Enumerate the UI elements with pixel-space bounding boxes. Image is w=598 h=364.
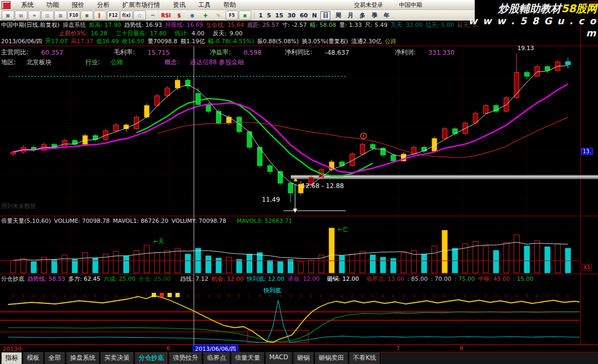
volume-tian-marker: ←天 xyxy=(153,238,164,245)
text-segment: 临界点: 13.00 xyxy=(366,275,404,283)
text-segment: 快到底: 12.00 xyxy=(247,275,285,283)
text-segment: 量70098.8 xyxy=(148,37,178,45)
text-segment: 分仓抄底 xyxy=(1,275,24,283)
tab-分仓抄底[interactable]: 分仓抄底 xyxy=(134,352,168,364)
text-segment: 止损价3%: xyxy=(59,29,87,37)
volume-wang-marker: ←亡 xyxy=(338,225,348,233)
volume-ma-line xyxy=(13,242,568,260)
text-segment: 行业: xyxy=(85,58,100,67)
lower-tick-marks xyxy=(13,295,568,297)
text-segment: MAVOL1: 86726.20 xyxy=(113,218,168,224)
text-segment: 净益率: xyxy=(210,48,231,57)
text-segment: VOLUME: 70098.78 xyxy=(54,218,110,224)
text-segment: 收16.50 xyxy=(122,37,145,45)
volume-bars xyxy=(11,228,571,273)
price-axis-tag: 13. xyxy=(581,148,593,155)
life-line-green xyxy=(136,99,373,176)
hand-marker-icon: ▲ xyxy=(293,176,298,182)
text-segment: 净利同比: xyxy=(285,48,312,57)
candles xyxy=(11,53,571,202)
text-segment: 概念: xyxy=(164,58,179,67)
tab-操盘系统[interactable]: 操盘系统 xyxy=(66,352,100,364)
tab-全部[interactable]: 全部 xyxy=(44,352,65,364)
lower-indicator-header: 分仓抄底趋势线: 58.53多方: 62.45六成: 25.00全仓: 25.0… xyxy=(1,275,580,283)
text-segment: 通达信88 参股金融 xyxy=(190,58,244,67)
text-segment: VOLUMY: 70098.78 xyxy=(171,218,226,224)
text-segment: 三十日最高: xyxy=(116,29,147,37)
text-segment: 公路 xyxy=(385,37,396,45)
text-segment: 中国中期(日线,前复权) xyxy=(1,21,60,29)
low-price-label: 11.49 xyxy=(262,196,280,203)
quote-header-row1: 中国中期(日线,前复权)操盘系统前高: 17.90趋势线: 16.93持股线: … xyxy=(1,21,580,29)
tab-砸锅卖田[interactable]: 砸锅卖田 xyxy=(315,352,348,364)
text-segment: 趋势线: 58.53 xyxy=(27,275,65,283)
tab-倍量天量[interactable]: 倍量天量 xyxy=(231,352,264,364)
tab-MACD[interactable]: MACD xyxy=(265,352,292,364)
text-segment: 幅: 58.08 xyxy=(310,21,336,29)
text-segment: 15.715 xyxy=(148,49,170,56)
text-segment: 振0.88(5.08%) xyxy=(257,37,299,45)
text-segment: 反天: xyxy=(213,29,227,37)
tab-砸锅[interactable]: 砸锅 xyxy=(293,352,314,364)
tab-不看K线[interactable]: 不看K线 xyxy=(349,352,380,364)
tab-临界点[interactable]: 临界点 xyxy=(203,352,230,364)
text-segment: 额1.19亿 xyxy=(181,37,205,45)
text-segment: 生命线: 15.64 xyxy=(206,21,244,29)
future-data-note: 用到未来数据 xyxy=(1,202,36,210)
text-segment: 尺: 5.49 xyxy=(365,21,388,29)
text-segment: 量: 1.33 xyxy=(339,21,362,29)
trading-app-window: 系统功能报价分析扩展市场行情资讯工具帮助 交易未登录 中国中期 ▦▤≈◫▥F10… xyxy=(0,0,598,364)
text-segment: 中枢: 45.00 xyxy=(478,275,510,283)
axis-tick: 8 xyxy=(459,345,463,352)
axis-tick: 7 xyxy=(396,345,400,352)
text-segment: 净利润: xyxy=(395,48,416,57)
text-segment: 换3.05%(量复权) xyxy=(302,37,348,45)
date-axis: 2013年 62013/06/06/四78 xyxy=(0,345,598,352)
text-segment: 流通2.30亿 xyxy=(351,37,382,45)
text-segment: 低16.49 xyxy=(96,37,119,45)
high-price-label: 19.13 xyxy=(517,45,534,52)
text-segment: 六成: 25.00 xyxy=(103,275,135,283)
volume-indicator-header: 倍量天量(5,10,60)VOLUME: 70098.78MAVOL1: 867… xyxy=(1,217,580,225)
fast-bottom-label: 快到底 xyxy=(263,287,281,294)
text-segment: 机会: 12.00 xyxy=(212,275,244,283)
text-segment: 统计: xyxy=(175,29,189,37)
text-segment: 起天: 5. xyxy=(457,21,478,29)
tab-买卖决策[interactable]: 买卖决策 xyxy=(100,352,134,364)
text-segment: 公路 xyxy=(111,58,123,67)
text-segment: 叉天: 32.00 xyxy=(390,21,423,29)
grid-lines xyxy=(0,46,580,345)
text-segment: 倍量天量(5,10,60) xyxy=(1,217,51,225)
lower-indicator xyxy=(0,293,580,342)
tab-强势拉升[interactable]: 强势拉升 xyxy=(169,352,202,364)
text-segment: 9.00 xyxy=(230,30,243,37)
text-segment: 底距: 25.57 xyxy=(247,21,279,29)
indicator-tab-bar: 指标模板全部操盘系统买卖决策分仓抄底强势拉升临界点倍量天量MACD砸锅砸锅卖田不… xyxy=(0,352,598,364)
text-segment: 前高: 17.90 xyxy=(89,21,121,29)
text-segment: 北京板块 xyxy=(26,58,52,67)
band-range-label: 12.68 - 12.88 xyxy=(301,182,344,190)
text-segment: 持股线: 16.69 xyxy=(165,21,203,29)
text-segment: 0.598 xyxy=(243,49,261,56)
text-segment: 60.357 xyxy=(41,49,63,56)
text-segment: : 15.00 xyxy=(513,276,534,282)
tab-模板[interactable]: 模板 xyxy=(23,352,44,364)
text-segment: 操盘系统 xyxy=(63,21,86,29)
text-segment: 17.80 xyxy=(150,30,166,37)
text-segment: 多方: 62.45 xyxy=(68,275,101,283)
text-segment: 趋势线: 16.93 xyxy=(124,21,162,29)
fundamentals-row: 主营同比:60.357毛利率:15.715净益率:0.598净利同比:-48.6… xyxy=(1,48,580,57)
text-segment: : 70.00 xyxy=(431,276,452,282)
text-segment: 开17.07 xyxy=(45,37,68,45)
text-segment: 趋线: 7.12 xyxy=(180,275,209,283)
text-segment: 全仓: 25.00 xyxy=(139,275,171,283)
text-segment: 2013/06/06/四 xyxy=(1,37,42,45)
page-indicator-tag: X1 xyxy=(582,264,592,271)
quote-header-row3: 2013/06/06/四开17.07高17.37低16.49收16.50量700… xyxy=(1,37,580,45)
text-segment: 拉天: 5.00 xyxy=(426,21,454,29)
text-segment: 高17.37 xyxy=(71,37,94,45)
text-segment: 寸: -2.57 xyxy=(282,21,307,29)
add-tab-button[interactable]: + xyxy=(587,2,596,11)
text-segment: 4.00 xyxy=(192,30,205,37)
tab-指标[interactable]: 指标 xyxy=(1,352,22,364)
